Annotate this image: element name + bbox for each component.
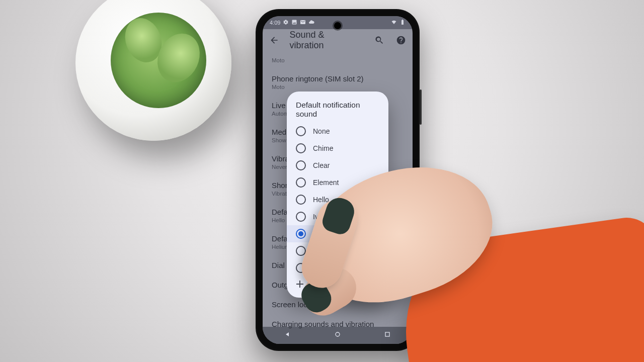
mail-icon <box>300 19 306 26</box>
sound-option-label: Element <box>313 178 339 187</box>
cloud-icon <box>308 19 314 26</box>
battery-icon <box>399 19 406 26</box>
svg-rect-1 <box>385 332 389 336</box>
radio-icon <box>296 212 306 222</box>
succulent-plant <box>111 13 206 108</box>
radio-icon <box>296 229 306 239</box>
nav-home-icon[interactable] <box>334 330 342 340</box>
plus-icon <box>296 280 304 288</box>
sound-option-label: Clear <box>313 161 330 169</box>
sound-option[interactable]: Chime <box>287 140 388 157</box>
dialog-title: Default notification sound <box>287 101 388 123</box>
radio-icon <box>296 143 306 153</box>
gear-icon <box>283 19 289 26</box>
sound-option[interactable]: None <box>287 123 388 140</box>
system-nav-bar <box>263 327 413 344</box>
svg-point-0 <box>336 332 340 336</box>
punch-hole-camera <box>334 22 341 29</box>
radio-icon <box>296 195 306 205</box>
wifi-icon <box>391 19 397 26</box>
image-icon <box>291 19 297 26</box>
radio-icon <box>296 160 306 170</box>
status-time: 4:09 <box>270 20 280 26</box>
sound-option-label: Chime <box>313 144 333 152</box>
nav-recents-icon[interactable] <box>383 330 391 340</box>
sound-option[interactable]: Clear <box>287 157 388 174</box>
sound-option-label: None <box>313 127 330 135</box>
radio-icon <box>296 177 306 188</box>
radio-icon <box>296 126 306 136</box>
nav-back-icon[interactable] <box>284 330 292 340</box>
